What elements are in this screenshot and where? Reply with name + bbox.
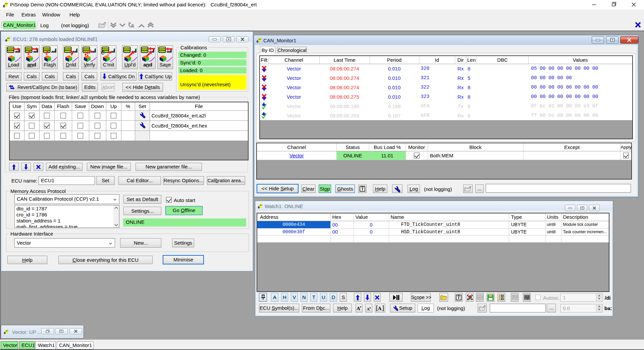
svg-text:A: A	[378, 306, 382, 311]
svg-text:A: A	[367, 307, 370, 311]
svg-text:5: 5	[131, 23, 134, 29]
svg-text:?: ?	[88, 49, 92, 55]
svg-text:X1·0: X1·0	[513, 295, 517, 298]
svg-text:T: T	[457, 295, 460, 300]
svg-text:A: A	[357, 306, 360, 311]
svg-text:C: C	[101, 50, 105, 55]
svg-text:T: T	[361, 187, 364, 191]
